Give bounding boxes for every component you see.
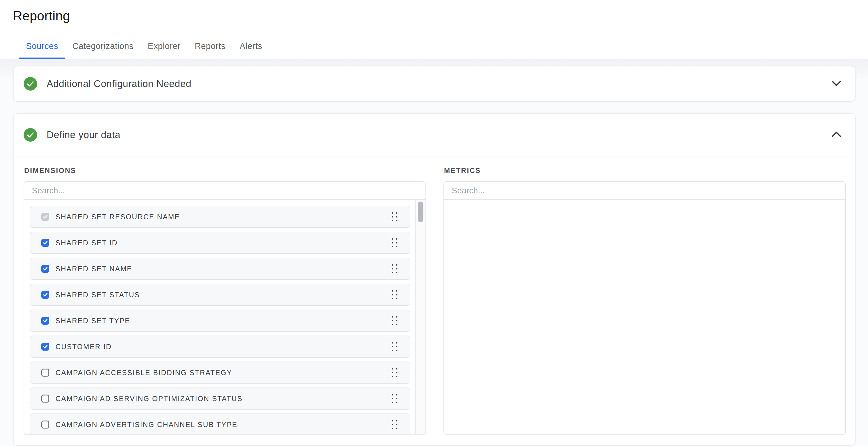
- dimension-row-label: SHARED SET RESOURCE NAME: [56, 213, 180, 221]
- dimension-row-label: CAMPAIGN ACCESSIBLE BIDDING STRATEGY: [56, 368, 232, 377]
- drag-handle-icon[interactable]: [390, 262, 399, 275]
- dimension-checkbox[interactable]: [41, 239, 49, 247]
- metrics-panel: [443, 181, 846, 435]
- card-additional-configuration[interactable]: Additional Configuration Needed: [13, 66, 856, 102]
- cards-section: Additional Configuration Needed Define y…: [0, 59, 868, 446]
- dimension-checkbox[interactable]: [41, 317, 49, 325]
- dimension-row[interactable]: CAMPAIGN ACCESSIBLE BIDDING STRATEGY: [30, 361, 410, 384]
- tab-alerts[interactable]: Alerts: [232, 37, 269, 59]
- dimension-row-label: CAMPAIGN ADVERTISING CHANNEL SUB TYPE: [56, 421, 238, 429]
- check-circle-icon: [24, 128, 37, 142]
- collapse-card-button[interactable]: [830, 129, 843, 140]
- drag-handle-icon[interactable]: [390, 340, 399, 353]
- metrics-list: [444, 200, 845, 435]
- tab-bar: SourcesCategorizationsExplorerReportsAle…: [13, 37, 868, 59]
- dimension-row[interactable]: CAMPAIGN AD SERVING OPTIMIZATION STATUS: [30, 388, 410, 410]
- dimensions-panel: SHARED SET RESOURCE NAME SHARED SET ID S…: [24, 181, 426, 435]
- chevron-down-icon: [831, 81, 841, 87]
- dimension-row-label: CUSTOMER ID: [56, 342, 112, 351]
- dimension-row-label: CAMPAIGN AD SERVING OPTIMIZATION STATUS: [56, 395, 243, 403]
- dimension-row[interactable]: SHARED SET ID: [30, 232, 410, 254]
- drag-handle-icon[interactable]: [390, 418, 399, 431]
- tab-categorizations[interactable]: Categorizations: [65, 37, 141, 59]
- card-define-your-data-header[interactable]: Define your data: [13, 114, 855, 156]
- dimension-row[interactable]: SHARED SET NAME: [30, 258, 410, 280]
- card-title: Define your data: [46, 129, 830, 141]
- dimension-checkbox[interactable]: [41, 265, 49, 273]
- drag-handle-icon[interactable]: [390, 236, 399, 249]
- dimension-row[interactable]: SHARED SET STATUS: [30, 283, 410, 306]
- metrics-search-input[interactable]: [444, 182, 845, 200]
- dimension-checkbox[interactable]: [41, 368, 49, 377]
- dimensions-search-input[interactable]: [24, 182, 426, 200]
- dimensions-panel-body: SHARED SET RESOURCE NAME SHARED SET ID S…: [24, 200, 426, 435]
- drag-handle-icon[interactable]: [390, 392, 399, 405]
- dimensions-label: DIMENSIONS: [24, 167, 426, 175]
- drag-handle-icon[interactable]: [390, 366, 399, 379]
- check-circle-icon: [24, 77, 37, 91]
- dimension-checkbox[interactable]: [41, 291, 49, 299]
- dimensions-scrollbar[interactable]: [415, 200, 426, 435]
- dimension-checkbox[interactable]: [41, 342, 49, 351]
- drag-handle-icon[interactable]: [390, 288, 399, 301]
- dimension-row-label: SHARED SET NAME: [56, 265, 132, 273]
- dimension-checkbox[interactable]: [41, 213, 49, 221]
- dimensions-column: DIMENSIONS SHARED SET RESOURCE NAME SHAR…: [24, 167, 426, 435]
- card-define-your-data: Define your data DIMENSIONS: [13, 113, 856, 446]
- top-bar: Reporting SourcesCategorizationsExplorer…: [0, 0, 868, 59]
- dimension-row-label: SHARED SET STATUS: [56, 291, 140, 299]
- dimension-row[interactable]: CUSTOMER ID: [30, 335, 410, 358]
- dimension-row[interactable]: SHARED SET TYPE: [30, 309, 410, 332]
- drag-handle-icon[interactable]: [390, 210, 399, 223]
- dimensions-list: SHARED SET RESOURCE NAME SHARED SET ID S…: [24, 200, 415, 435]
- page-title: Reporting: [13, 8, 868, 24]
- dimension-checkbox[interactable]: [41, 421, 49, 428]
- chevron-up-icon: [831, 131, 841, 138]
- tab-explorer[interactable]: Explorer: [141, 37, 188, 59]
- define-data-body: DIMENSIONS SHARED SET RESOURCE NAME SHAR…: [13, 156, 855, 435]
- dimension-row[interactable]: SHARED SET RESOURCE NAME: [30, 206, 410, 228]
- dimension-row-label: SHARED SET TYPE: [56, 317, 130, 325]
- dimension-checkbox[interactable]: [41, 395, 49, 402]
- tab-reports[interactable]: Reports: [188, 37, 232, 59]
- metrics-label: METRICS: [444, 167, 846, 175]
- card-title: Additional Configuration Needed: [46, 78, 830, 89]
- tab-sources[interactable]: Sources: [19, 37, 65, 59]
- drag-handle-icon[interactable]: [390, 314, 399, 327]
- expand-card-button[interactable]: [830, 79, 843, 89]
- scrollbar-thumb[interactable]: [418, 202, 423, 222]
- metrics-column: METRICS: [443, 167, 846, 435]
- dimension-row[interactable]: CAMPAIGN ADVERTISING CHANNEL SUB TYPE: [30, 414, 410, 435]
- dimension-row-label: SHARED SET ID: [56, 239, 118, 247]
